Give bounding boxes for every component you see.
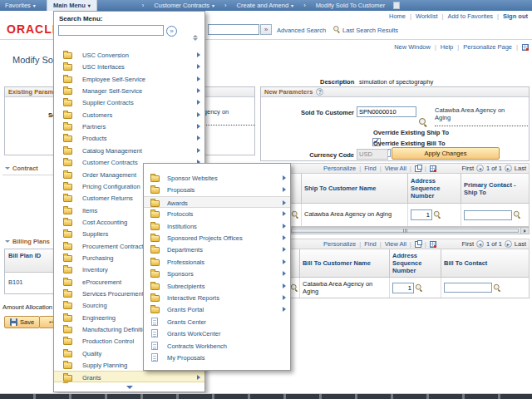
contact-lookup-icon[interactable] [494, 283, 501, 291]
find-link[interactable]: Find [364, 165, 377, 172]
submenu-item-contracts-workbench[interactable]: Contracts Workbench [144, 340, 290, 352]
scrollbar-thumb[interactable] [291, 229, 519, 233]
favorites-menu[interactable]: Favorites▾ [0, 2, 41, 9]
menu-item-usc-conversion[interactable]: USC Conversion [54, 49, 204, 61]
folder-icon [63, 112, 72, 119]
find-link[interactable]: Find [364, 240, 377, 248]
menu-item-usc-interfaces[interactable]: USC Interfaces [54, 61, 204, 72]
help-icon[interactable]: ? [316, 88, 323, 96]
submenu-item-sponsor-websites[interactable]: Sponsor Websites [144, 172, 290, 184]
submenu-item-institutions[interactable]: Institutions [144, 220, 290, 232]
menu-search-go-icon[interactable]: » [166, 26, 177, 37]
submenu-item-grants-center[interactable]: Grants Center [144, 316, 290, 328]
pager-next-icon[interactable]: ▸ [505, 165, 512, 172]
submenu-item-subrecipients[interactable]: Subrecipients [144, 280, 290, 292]
save-button[interactable]: Save [4, 316, 40, 328]
menu-item-partners[interactable]: Partners [54, 121, 204, 132]
pager-count: 1 of 1 [486, 240, 502, 248]
description-label: Description [320, 78, 354, 86]
home-link[interactable]: Home [389, 12, 406, 20]
menu-scroll-stepper[interactable] [193, 35, 198, 41]
menu-item-manager-self-service[interactable]: Manager Self-Service [54, 85, 204, 96]
global-search-input[interactable] [208, 24, 259, 35]
submenu-arrow-icon [197, 76, 200, 81]
sequence-lookup-icon[interactable] [434, 211, 441, 219]
worklist-link[interactable]: Worklist [416, 12, 438, 20]
pager-first[interactable]: First [461, 240, 474, 248]
submenu-item-protocols[interactable]: Protocols [144, 208, 290, 219]
submenu-arrow-icon [283, 187, 286, 192]
contract-section-header[interactable]: Contract [5, 165, 38, 172]
submenu-item-grants-portal[interactable]: Grants Portal [144, 303, 290, 315]
view-all-link[interactable]: View All [385, 240, 406, 248]
bill-sequence-input[interactable] [392, 283, 414, 293]
pager-prev-icon[interactable]: ◂ [476, 240, 484, 248]
sequence-lookup-icon[interactable] [416, 283, 423, 291]
horizontal-scrollbar[interactable] [289, 227, 530, 234]
submenu-item-awards[interactable]: Awards [144, 196, 290, 208]
submenu-arrow-icon [283, 175, 286, 180]
bill-contact-input[interactable] [444, 283, 492, 293]
pager-next-icon[interactable]: ▸ [505, 240, 512, 248]
new-parameters-header: New Parameters? [261, 87, 529, 97]
folder-icon [63, 76, 72, 83]
zoom-grid-icon[interactable] [415, 241, 421, 248]
pager-prev-icon[interactable]: ◂ [476, 165, 484, 172]
pager-last[interactable]: Last [515, 165, 526, 172]
sign-out-link[interactable]: Sign out [503, 12, 528, 20]
personalize-link[interactable]: Personalize [323, 240, 356, 248]
pager-last[interactable]: Last [515, 240, 526, 248]
add-to-favorites-link[interactable]: Add to Favorites [447, 12, 493, 20]
breadcrumb-customer-contracts[interactable]: Customer Contracts▾ [149, 2, 219, 9]
last-search-results-link[interactable]: Last Search Results [342, 27, 398, 34]
submenu-item-sponsors[interactable]: Sponsors [144, 268, 290, 279]
contact-lookup-icon[interactable] [514, 211, 521, 219]
download-grid-icon[interactable] [430, 165, 436, 172]
scrollbar-right-button[interactable] [520, 228, 529, 234]
billing-plans-section-header[interactable]: Billing Plans [5, 238, 50, 245]
menu-search-input[interactable] [58, 25, 164, 36]
submenu-item-departments[interactable]: Departments [144, 244, 290, 255]
menu-item-products[interactable]: Products [54, 132, 204, 144]
sold-to-lookup-icon[interactable] [419, 118, 428, 127]
new-window-link[interactable]: New Window [394, 43, 431, 51]
menu-item-grants[interactable]: Grants [54, 371, 204, 382]
menu-item-catalog-management[interactable]: Catalog Management [54, 145, 204, 156]
download-grid-icon[interactable] [430, 241, 436, 248]
folder-icon [63, 255, 72, 262]
zoom-grid-icon[interactable] [415, 165, 421, 172]
bill-grid-row: Catawba Area Agency on Aging [289, 278, 530, 298]
menu-item-customers[interactable]: Customers [54, 109, 204, 121]
submenu-item-proposals[interactable]: Proposals [144, 184, 290, 195]
chevron-down-icon: ▾ [33, 3, 36, 8]
dotted-rule [435, 126, 528, 126]
search-go-button[interactable]: » [260, 24, 272, 35]
breadcrumb-create-and-amend[interactable]: Create and Amend▾ [232, 2, 299, 9]
menu-item-supplier-contracts[interactable]: Supplier Contracts [54, 96, 204, 108]
pager-first[interactable]: First [461, 165, 474, 172]
ship-sequence-input[interactable] [411, 209, 432, 220]
submenu-item-my-proposals[interactable]: My Proposals [144, 352, 290, 363]
folder-icon [63, 244, 72, 250]
folder-icon [63, 148, 72, 155]
sold-to-customer-input[interactable] [357, 106, 416, 117]
personalize-link[interactable]: Personalize [323, 165, 356, 172]
help-link[interactable]: Help [441, 43, 453, 51]
ship-contact-input[interactable] [464, 210, 512, 220]
personalize-page-link[interactable]: Personalize Page [463, 43, 512, 51]
menu-scroll-down[interactable] [54, 383, 204, 391]
advanced-search-link[interactable]: Advanced Search [277, 27, 326, 34]
submenu-item-professionals[interactable]: Professionals [144, 256, 290, 268]
breadcrumb-page-icon[interactable] [393, 2, 400, 9]
page-grid-icon[interactable] [522, 44, 529, 51]
row-lookup-icon[interactable] [291, 283, 298, 291]
menu-item-employee-self-service[interactable]: Employee Self-Service [54, 73, 204, 85]
apply-changes-button[interactable]: Apply Changes [392, 147, 500, 160]
row-lookup-icon[interactable] [292, 211, 299, 219]
main-menu-button[interactable]: Main Menu▾ [47, 0, 97, 11]
submenu-item-grants-workcenter[interactable]: Grants WorkCenter [144, 328, 290, 339]
view-all-link[interactable]: View All [385, 165, 406, 172]
submenu-item-interactive-reports[interactable]: Interactive Reports [144, 292, 290, 303]
folder-icon [63, 160, 72, 166]
submenu-item-sponsored-projects-offices[interactable]: Sponsored Projects Offices [144, 232, 290, 244]
